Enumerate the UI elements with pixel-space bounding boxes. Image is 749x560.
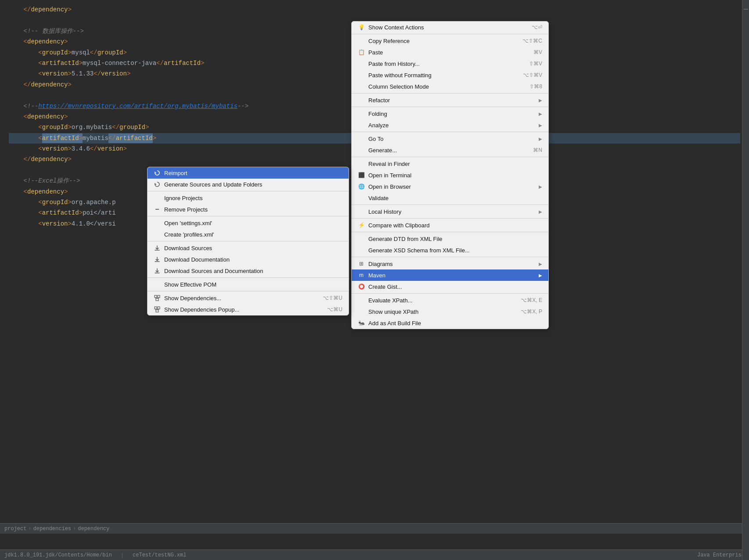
svg-rect-5 xyxy=(156,310,158,312)
menu-item-show-context-actions[interactable]: 💡 Show Context Actions ⌥⏎ xyxy=(352,22,548,33)
menu-item-show-dependencies[interactable]: Show Dependencies... ⌥⇧⌘U xyxy=(148,292,349,304)
empty-icon xyxy=(154,219,161,226)
menu-separator xyxy=(352,218,548,219)
diagrams-icon: ⊞ xyxy=(358,260,365,267)
submenu-arrow-icon: ▶ xyxy=(539,262,542,266)
svg-rect-0 xyxy=(155,295,157,298)
menu-item-open-browser[interactable]: 🌐 Open in Browser ▶ xyxy=(352,181,548,192)
deps-icon xyxy=(154,294,161,302)
menu-item-download-sources[interactable]: Download Sources xyxy=(148,242,349,254)
menu-separator xyxy=(352,232,548,232)
generate-sources-icon xyxy=(154,181,161,188)
menu-item-generate-xsd[interactable]: Generate XSD Schema from XML File... xyxy=(352,244,548,256)
menu-item-create-gist[interactable]: ⭕ Create Gist... xyxy=(352,281,548,292)
empty-icon xyxy=(358,83,365,90)
maven-icon: m xyxy=(358,272,365,279)
menu-item-column-selection[interactable]: Column Selection Mode ⇧⌘8 xyxy=(352,81,548,92)
refresh-icon xyxy=(154,169,161,176)
empty-icon xyxy=(358,135,365,142)
empty-icon xyxy=(154,194,161,201)
empty-icon xyxy=(358,97,365,104)
menu-item-refactor[interactable]: Refactor ▶ xyxy=(352,94,548,106)
menu-item-validate[interactable]: Validate xyxy=(352,192,548,204)
empty-icon xyxy=(358,60,365,67)
code-line: </dependency> xyxy=(9,4,740,15)
empty-icon xyxy=(358,247,365,254)
github-icon: ⭕ xyxy=(358,283,365,290)
menu-item-ignore-projects[interactable]: Ignore Projects xyxy=(148,192,349,204)
download-icon xyxy=(154,267,161,274)
menu-separator xyxy=(352,157,548,157)
breadcrumb-item: dependency xyxy=(78,526,109,532)
minus-icon: − xyxy=(154,206,161,213)
menu-item-generate[interactable]: Generate... ⌘N xyxy=(352,144,548,156)
menu-item-remove-projects[interactable]: − Remove Projects xyxy=(148,204,349,215)
svg-rect-2 xyxy=(156,298,158,301)
menu-separator xyxy=(352,257,548,257)
context-menu-right: 💡 Show Context Actions ⌥⏎ Copy Reference… xyxy=(351,21,549,329)
svg-rect-3 xyxy=(155,307,157,309)
menu-separator xyxy=(352,205,548,205)
menu-item-goto[interactable]: Go To ▶ xyxy=(352,133,548,144)
breadcrumb-item: dependencies xyxy=(33,526,71,532)
submenu-arrow-icon: ▶ xyxy=(539,98,542,103)
menu-separator xyxy=(352,107,548,107)
menu-item-folding[interactable]: Folding ▶ xyxy=(352,108,548,119)
svg-rect-1 xyxy=(158,295,160,298)
submenu-arrow-icon: ▶ xyxy=(539,273,542,278)
menu-item-reimport[interactable]: Reimport xyxy=(148,167,349,179)
empty-icon xyxy=(358,147,365,154)
empty-icon xyxy=(358,208,365,215)
breadcrumb-item: project xyxy=(4,526,26,532)
menu-item-analyze[interactable]: Analyze ▶ xyxy=(352,119,548,131)
empty-icon xyxy=(154,281,161,288)
menu-item-diagrams[interactable]: ⊞ Diagrams ▶ xyxy=(352,258,548,269)
menu-separator xyxy=(148,277,349,278)
menu-item-local-history[interactable]: Local History ▶ xyxy=(352,206,548,217)
menu-item-show-effective-pom[interactable]: Show Effective POM xyxy=(148,279,349,290)
empty-icon xyxy=(358,110,365,117)
breadcrumb: project › dependencies › dependency xyxy=(0,523,749,534)
empty-icon xyxy=(358,235,365,242)
empty-icon xyxy=(358,72,365,79)
menu-item-generate-dtd[interactable]: Generate DTD from XML File xyxy=(352,233,548,244)
status-test-path: ceTest/testNG.xml xyxy=(133,552,186,558)
menu-item-paste[interactable]: 📋 Paste ⌘V xyxy=(352,47,548,58)
empty-icon xyxy=(358,308,365,315)
clipboard-icon: 📋 xyxy=(358,49,365,56)
menu-item-evaluate-xpath[interactable]: Evaluate XPath... ⌥⌘X, E xyxy=(352,294,548,306)
menu-item-paste-history[interactable]: Paste from History... ⇧⌘V xyxy=(352,58,548,69)
submenu-arrow-icon: ▶ xyxy=(539,111,542,116)
menu-item-add-ant-build[interactable]: 🐜 Add as Ant Build File xyxy=(352,317,548,329)
menu-item-open-settings-xml[interactable]: Open 'settings.xml' xyxy=(148,217,349,229)
menu-item-compare-clipboard[interactable]: ⚡ Compare with Clipboard xyxy=(352,219,548,231)
menu-item-create-profiles-xml[interactable]: Create 'profiles.xml' xyxy=(148,229,349,240)
submenu-arrow-icon: ▶ xyxy=(539,184,542,189)
menu-item-download-docs[interactable]: Download Documentation xyxy=(148,254,349,265)
sidebar-handle xyxy=(744,9,748,10)
copy-icon xyxy=(358,37,365,44)
menu-separator xyxy=(352,93,548,93)
menu-item-show-unique-xpath[interactable]: Show unique XPath ⌥⌘X, P xyxy=(352,306,548,317)
menu-item-paste-no-format[interactable]: Paste without Formatting ⌥⇧⌘V xyxy=(352,69,548,81)
submenu-arrow-icon: ▶ xyxy=(539,209,542,214)
empty-icon xyxy=(358,122,365,129)
menu-item-download-sources-docs[interactable]: Download Sources and Documentation xyxy=(148,265,349,276)
bulb-icon: 💡 xyxy=(358,24,365,31)
menu-item-copy-reference[interactable]: Copy Reference ⌥⇧⌘C xyxy=(352,35,548,47)
menu-separator xyxy=(352,132,548,132)
download-icon xyxy=(154,256,161,263)
menu-separator xyxy=(352,34,548,34)
menu-item-generate-sources[interactable]: Generate Sources and Update Folders xyxy=(148,179,349,190)
download-icon xyxy=(154,244,161,251)
menu-separator xyxy=(148,241,349,241)
menu-item-open-terminal[interactable]: ⬛ Open in Terminal xyxy=(352,169,548,181)
menu-item-reveal-finder[interactable]: Reveal in Finder xyxy=(352,158,548,169)
menu-separator xyxy=(148,191,349,191)
compare-icon: ⚡ xyxy=(358,222,365,229)
ant-icon: 🐜 xyxy=(358,319,365,327)
menu-item-maven[interactable]: m Maven ▶ xyxy=(352,269,548,281)
empty-icon xyxy=(358,297,365,304)
menu-item-show-deps-popup[interactable]: Show Dependencies Popup... ⌥⌘U xyxy=(148,304,349,315)
empty-icon xyxy=(358,160,365,167)
